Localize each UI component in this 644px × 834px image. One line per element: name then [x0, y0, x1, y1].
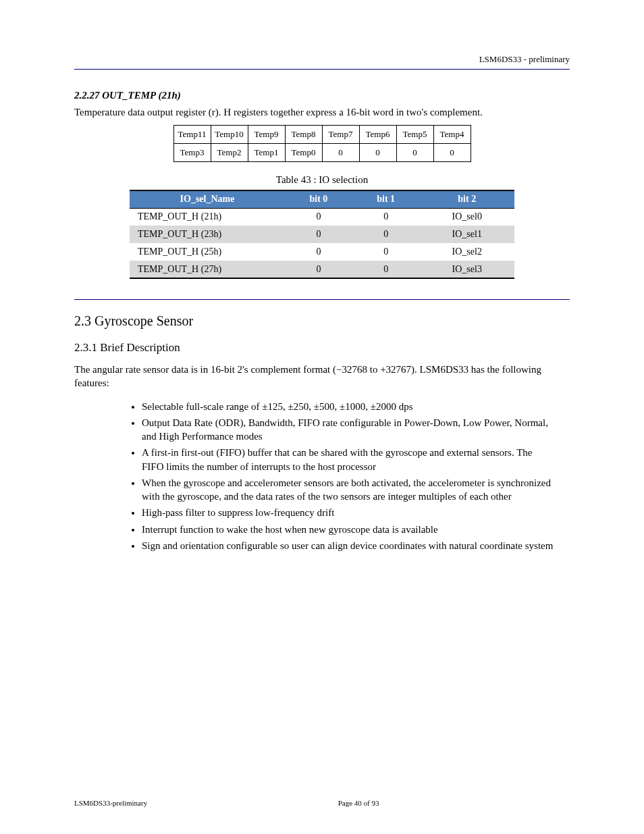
subheading-title: Brief Description [100, 341, 180, 354]
cell: 0 [352, 226, 420, 243]
bit-cell: Temp0 [285, 144, 322, 162]
cell: 0 [285, 243, 352, 261]
cell: TEMP_OUT_H (27h) [130, 261, 285, 278]
subheading-number: 2.3.1 [74, 341, 97, 354]
col-header: bit 2 [420, 190, 515, 208]
cell: IO_sel2 [420, 243, 515, 261]
cell: 0 [352, 261, 420, 278]
bit-cell: Temp1 [248, 144, 285, 162]
document-header-title: LSM6DS33 - preliminary [74, 54, 570, 65]
footer-center: Page 40 of 93 [338, 799, 379, 807]
table-row: TEMP_OUT_H (25h) 0 0 IO_sel2 [130, 243, 514, 261]
section-number: 2.2.27 [74, 90, 100, 101]
bit-layout-table: Temp11 Temp10 Temp9 Temp8 Temp7 Temp6 Te… [173, 125, 471, 162]
section-title: OUT_TEMP (21h) [102, 90, 181, 101]
bit-cell: Temp3 [173, 144, 211, 162]
list-item: A first-in first-out (FIFO) buffer that … [142, 446, 570, 473]
bit-cell: Temp2 [211, 144, 248, 162]
bit-cell: Temp7 [322, 126, 359, 144]
table-row: TEMP_OUT_H (21h) 0 0 IO_sel0 [130, 208, 514, 226]
table-row: TEMP_OUT_H (27h) 0 0 IO_sel3 [130, 261, 514, 278]
footer-left: LSM6DS33-preliminary [74, 799, 147, 807]
table-header-row: IO_sel_Name bit 0 bit 1 bit 2 [130, 190, 514, 208]
bit-cell: Temp8 [285, 126, 322, 144]
list-item: Interrupt function to wake the host when… [142, 523, 570, 536]
list-item: High-pass filter to suppress low-frequen… [142, 506, 570, 519]
heading-gyro: 2.3 Gyroscope Sensor [74, 313, 570, 329]
subheading-brief: 2.3.1 Brief Description [74, 341, 570, 355]
cell: IO_sel0 [420, 208, 515, 226]
header-rule [74, 69, 570, 70]
table-row: Temp3 Temp2 Temp1 Temp0 0 0 0 0 [173, 144, 471, 162]
bit-cell: 0 [322, 144, 359, 162]
heading-title: Gyroscope Sensor [95, 313, 193, 328]
bit-cell: 0 [433, 144, 471, 162]
col-header: bit 1 [352, 190, 420, 208]
cell: IO_sel1 [420, 226, 515, 243]
list-item: Selectable full-scale range of ±125, ±25… [142, 400, 570, 413]
heading-number: 2.3 [74, 313, 91, 328]
io-table-caption: Table 43 : IO selection [74, 174, 570, 186]
bit-cell: Temp5 [396, 126, 433, 144]
bit-cell: 0 [359, 144, 396, 162]
bit-cell: Temp9 [248, 126, 285, 144]
cell: TEMP_OUT_H (23h) [130, 226, 285, 243]
cell: 0 [352, 208, 420, 226]
bit-cell: Temp11 [173, 126, 211, 144]
paragraph-intro: The angular rate sensor data is in 16-bi… [74, 363, 570, 390]
bit-cell: Temp6 [359, 126, 396, 144]
cell: 0 [352, 243, 420, 261]
list-item: When the gyroscope and accelerometer sen… [142, 476, 570, 504]
section-heading-out-temp: 2.2.27 OUT_TEMP (21h) [74, 90, 570, 101]
feature-list: Selectable full-scale range of ±125, ±25… [74, 400, 570, 553]
col-header: bit 0 [285, 190, 352, 208]
io-selection-table: IO_sel_Name bit 0 bit 1 bit 2 TEMP_OUT_H… [130, 190, 514, 279]
cell: 0 [285, 261, 352, 278]
bit-cell: Temp4 [433, 126, 471, 144]
cell: 0 [285, 208, 352, 226]
list-item: Output Data Rate (ODR), Bandwidth, FIFO … [142, 416, 570, 444]
cell: IO_sel3 [420, 261, 515, 278]
cell: TEMP_OUT_H (25h) [130, 243, 285, 261]
list-item: Sign and orientation configurable so use… [142, 539, 570, 552]
bit-cell: Temp10 [211, 126, 248, 144]
section-subtitle: Temperature data output register (r). H … [74, 107, 570, 118]
cell: TEMP_OUT_H (21h) [130, 208, 285, 226]
table-row: TEMP_OUT_H (23h) 0 0 IO_sel1 [130, 226, 514, 243]
section-divider [74, 299, 570, 300]
table-row: Temp11 Temp10 Temp9 Temp8 Temp7 Temp6 Te… [173, 126, 471, 144]
cell: 0 [285, 226, 352, 243]
col-header: IO_sel_Name [130, 190, 285, 208]
page-footer: LSM6DS33-preliminary Page 40 of 93 [74, 799, 570, 807]
bit-cell: 0 [396, 144, 433, 162]
